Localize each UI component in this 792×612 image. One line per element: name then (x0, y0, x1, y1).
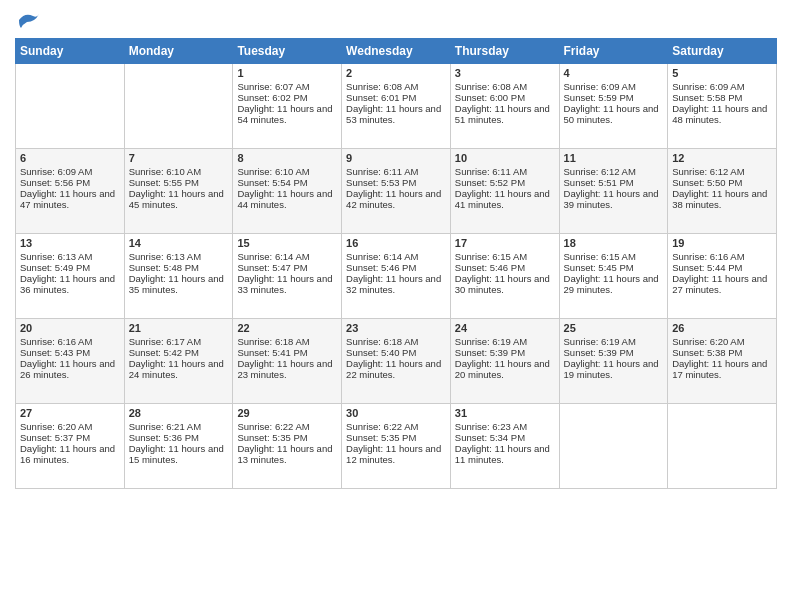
calendar-cell: 14Sunrise: 6:13 AMSunset: 5:48 PMDayligh… (124, 234, 233, 319)
calendar-cell: 4Sunrise: 6:09 AMSunset: 5:59 PMDaylight… (559, 64, 668, 149)
calendar-cell (124, 64, 233, 149)
day-number: 19 (672, 237, 772, 249)
sunrise-text: Sunrise: 6:20 AM (20, 421, 120, 432)
sunset-text: Sunset: 5:49 PM (20, 262, 120, 273)
day-number: 4 (564, 67, 664, 79)
calendar-week-row: 27Sunrise: 6:20 AMSunset: 5:37 PMDayligh… (16, 404, 777, 489)
day-number: 7 (129, 152, 229, 164)
calendar-cell: 13Sunrise: 6:13 AMSunset: 5:49 PMDayligh… (16, 234, 125, 319)
sunrise-text: Sunrise: 6:15 AM (455, 251, 555, 262)
day-number: 6 (20, 152, 120, 164)
day-number: 1 (237, 67, 337, 79)
logo-bird-icon (17, 10, 41, 30)
daylight-text: Daylight: 11 hours and 27 minutes. (672, 273, 772, 295)
sunset-text: Sunset: 5:39 PM (455, 347, 555, 358)
calendar-header-row: SundayMondayTuesdayWednesdayThursdayFrid… (16, 39, 777, 64)
daylight-text: Daylight: 11 hours and 33 minutes. (237, 273, 337, 295)
logo-text (15, 10, 41, 30)
sunrise-text: Sunrise: 6:09 AM (20, 166, 120, 177)
sunrise-text: Sunrise: 6:12 AM (564, 166, 664, 177)
sunrise-text: Sunrise: 6:19 AM (455, 336, 555, 347)
day-number: 30 (346, 407, 446, 419)
day-number: 16 (346, 237, 446, 249)
sunrise-text: Sunrise: 6:16 AM (672, 251, 772, 262)
day-number: 28 (129, 407, 229, 419)
day-number: 14 (129, 237, 229, 249)
calendar-cell: 19Sunrise: 6:16 AMSunset: 5:44 PMDayligh… (668, 234, 777, 319)
sunrise-text: Sunrise: 6:09 AM (564, 81, 664, 92)
calendar-cell (559, 404, 668, 489)
calendar-cell: 17Sunrise: 6:15 AMSunset: 5:46 PMDayligh… (450, 234, 559, 319)
sunrise-text: Sunrise: 6:18 AM (237, 336, 337, 347)
sunrise-text: Sunrise: 6:20 AM (672, 336, 772, 347)
sunrise-text: Sunrise: 6:22 AM (346, 421, 446, 432)
day-header-thursday: Thursday (450, 39, 559, 64)
day-header-monday: Monday (124, 39, 233, 64)
sunrise-text: Sunrise: 6:12 AM (672, 166, 772, 177)
sunset-text: Sunset: 5:41 PM (237, 347, 337, 358)
sunset-text: Sunset: 5:43 PM (20, 347, 120, 358)
calendar-cell: 31Sunrise: 6:23 AMSunset: 5:34 PMDayligh… (450, 404, 559, 489)
sunrise-text: Sunrise: 6:16 AM (20, 336, 120, 347)
calendar-cell: 29Sunrise: 6:22 AMSunset: 5:35 PMDayligh… (233, 404, 342, 489)
calendar-table: SundayMondayTuesdayWednesdayThursdayFrid… (15, 38, 777, 489)
daylight-text: Daylight: 11 hours and 20 minutes. (455, 358, 555, 380)
day-header-friday: Friday (559, 39, 668, 64)
daylight-text: Daylight: 11 hours and 11 minutes. (455, 443, 555, 465)
calendar-cell: 15Sunrise: 6:14 AMSunset: 5:47 PMDayligh… (233, 234, 342, 319)
sunrise-text: Sunrise: 6:22 AM (237, 421, 337, 432)
sunset-text: Sunset: 5:46 PM (346, 262, 446, 273)
sunset-text: Sunset: 5:44 PM (672, 262, 772, 273)
sunset-text: Sunset: 5:37 PM (20, 432, 120, 443)
day-header-tuesday: Tuesday (233, 39, 342, 64)
calendar-cell: 16Sunrise: 6:14 AMSunset: 5:46 PMDayligh… (342, 234, 451, 319)
sunrise-text: Sunrise: 6:10 AM (237, 166, 337, 177)
sunset-text: Sunset: 5:53 PM (346, 177, 446, 188)
sunset-text: Sunset: 5:58 PM (672, 92, 772, 103)
daylight-text: Daylight: 11 hours and 26 minutes. (20, 358, 120, 380)
sunset-text: Sunset: 6:00 PM (455, 92, 555, 103)
daylight-text: Daylight: 11 hours and 15 minutes. (129, 443, 229, 465)
day-number: 11 (564, 152, 664, 164)
day-number: 5 (672, 67, 772, 79)
sunrise-text: Sunrise: 6:19 AM (564, 336, 664, 347)
calendar-cell: 2Sunrise: 6:08 AMSunset: 6:01 PMDaylight… (342, 64, 451, 149)
sunrise-text: Sunrise: 6:17 AM (129, 336, 229, 347)
daylight-text: Daylight: 11 hours and 50 minutes. (564, 103, 664, 125)
calendar-cell: 10Sunrise: 6:11 AMSunset: 5:52 PMDayligh… (450, 149, 559, 234)
daylight-text: Daylight: 11 hours and 29 minutes. (564, 273, 664, 295)
sunset-text: Sunset: 6:02 PM (237, 92, 337, 103)
sunrise-text: Sunrise: 6:15 AM (564, 251, 664, 262)
sunset-text: Sunset: 5:59 PM (564, 92, 664, 103)
day-number: 26 (672, 322, 772, 334)
day-number: 8 (237, 152, 337, 164)
daylight-text: Daylight: 11 hours and 23 minutes. (237, 358, 337, 380)
calendar-cell: 26Sunrise: 6:20 AMSunset: 5:38 PMDayligh… (668, 319, 777, 404)
day-number: 27 (20, 407, 120, 419)
calendar-cell (16, 64, 125, 149)
day-number: 12 (672, 152, 772, 164)
calendar-cell: 18Sunrise: 6:15 AMSunset: 5:45 PMDayligh… (559, 234, 668, 319)
sunset-text: Sunset: 5:51 PM (564, 177, 664, 188)
sunrise-text: Sunrise: 6:08 AM (455, 81, 555, 92)
day-number: 29 (237, 407, 337, 419)
calendar-cell: 5Sunrise: 6:09 AMSunset: 5:58 PMDaylight… (668, 64, 777, 149)
sunset-text: Sunset: 5:50 PM (672, 177, 772, 188)
daylight-text: Daylight: 11 hours and 16 minutes. (20, 443, 120, 465)
calendar-cell: 27Sunrise: 6:20 AMSunset: 5:37 PMDayligh… (16, 404, 125, 489)
daylight-text: Daylight: 11 hours and 12 minutes. (346, 443, 446, 465)
day-number: 9 (346, 152, 446, 164)
calendar-cell: 1Sunrise: 6:07 AMSunset: 6:02 PMDaylight… (233, 64, 342, 149)
calendar-cell: 23Sunrise: 6:18 AMSunset: 5:40 PMDayligh… (342, 319, 451, 404)
daylight-text: Daylight: 11 hours and 39 minutes. (564, 188, 664, 210)
day-number: 21 (129, 322, 229, 334)
day-number: 18 (564, 237, 664, 249)
sunset-text: Sunset: 5:52 PM (455, 177, 555, 188)
day-number: 20 (20, 322, 120, 334)
sunset-text: Sunset: 5:35 PM (346, 432, 446, 443)
daylight-text: Daylight: 11 hours and 47 minutes. (20, 188, 120, 210)
daylight-text: Daylight: 11 hours and 45 minutes. (129, 188, 229, 210)
sunset-text: Sunset: 5:55 PM (129, 177, 229, 188)
daylight-text: Daylight: 11 hours and 54 minutes. (237, 103, 337, 125)
daylight-text: Daylight: 11 hours and 24 minutes. (129, 358, 229, 380)
